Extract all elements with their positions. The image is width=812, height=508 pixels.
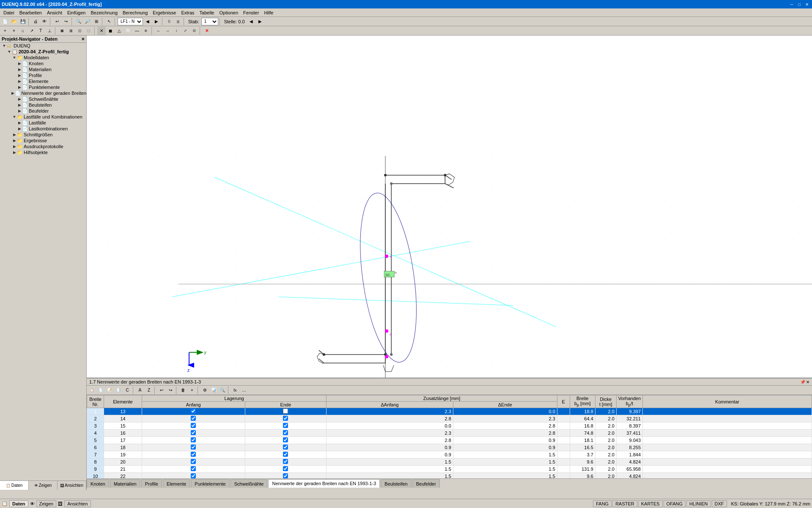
tree-elemente[interactable]: ▶ 📄 Elemente [0, 78, 86, 84]
tab-beufelder[interactable]: Beufelder [412, 479, 440, 488]
tree-ausdruckprotokolle[interactable]: ▶ 📁 Ausdruckprotokolle [0, 144, 86, 149]
t2-btn18[interactable]: → [163, 27, 172, 35]
menu-datei[interactable]: Datei [1, 9, 17, 16]
table-row[interactable]: 6 18 0.9 0.9 16.5 2.0 8.255 [87, 444, 812, 451]
t2-btn8[interactable]: ▥ [67, 27, 75, 35]
close-button[interactable]: ✕ [804, 1, 810, 7]
tree-modelldaten[interactable]: ▼ 📁 Modelldaten [0, 55, 86, 61]
t2-btn7[interactable]: ▦ [58, 27, 66, 35]
status-ofang[interactable]: OFANG [664, 500, 686, 507]
cell-lag-anf[interactable] [142, 451, 245, 458]
cell-lag-anf[interactable] [142, 422, 245, 430]
menu-berechnung[interactable]: Berechnung [120, 9, 150, 16]
tree-beufelder[interactable]: ▶ 📄 Beufelder [0, 108, 86, 114]
tree-knoten[interactable]: ▶ 📄 Knoten [0, 61, 86, 66]
tab-schweissnaehte[interactable]: Schweißnähte [230, 479, 268, 488]
statusbar-tab-daten[interactable]: Daten [9, 500, 28, 507]
cell-lag-ende[interactable] [245, 422, 326, 430]
cell-lag-anf[interactable] [142, 415, 245, 422]
statusbar-tab-ansichten[interactable]: Ansichten [64, 500, 91, 507]
tree-ergebnisse[interactable]: ▶ 📁 Ergebnisse [0, 138, 86, 144]
t2-btn5[interactable]: T [36, 27, 45, 35]
cell-lag-anf[interactable] [142, 430, 245, 437]
tree-project[interactable]: ▼ 📋 2020-04_Z-Profil_fertig [0, 49, 86, 55]
t2-btn13[interactable]: △ [115, 27, 123, 35]
bt-more[interactable]: … [240, 386, 248, 395]
t2-btn17[interactable]: ← [154, 27, 163, 35]
t2-btn6[interactable]: ⊥ [45, 27, 54, 35]
table-row[interactable]: 7 19 0.9 1.5 3.7 2.0 1.844 [87, 451, 812, 458]
tree-lastfaelle-group[interactable]: ▼ 📁 Lastfälle und Kombinationen [0, 114, 86, 120]
print-btn[interactable]: 🖨 [31, 17, 40, 26]
bt-btn5[interactable]: C [123, 386, 132, 395]
bt-filter[interactable]: 🔍 [218, 386, 227, 395]
bt-redo[interactable]: ↪ [166, 386, 175, 395]
cell-lag-ende[interactable] [245, 473, 326, 478]
bt-add[interactable]: + [188, 386, 196, 395]
bt-graph[interactable]: 📊 [209, 386, 218, 395]
open-btn[interactable]: 📂 [10, 17, 18, 26]
minimize-button[interactable]: ─ [788, 1, 795, 7]
menu-tabelle[interactable]: Tabelle [197, 9, 217, 16]
t2-delete[interactable]: ✕ [203, 27, 211, 35]
nav-tab-ansichten[interactable]: 🖼 Ansichten [58, 481, 86, 490]
tab-elemente[interactable]: Elemente [163, 479, 190, 488]
bt-btn4[interactable]: 📑 [114, 386, 123, 395]
cell-lag-ende[interactable] [245, 408, 326, 415]
bt-calc[interactable]: ⚙ [200, 386, 209, 395]
cell-lag-anf[interactable] [142, 473, 245, 478]
bt-fx[interactable]: fx [231, 386, 239, 395]
t2-btn16[interactable]: ≡ [142, 27, 150, 35]
cell-lag-ende[interactable] [245, 451, 326, 458]
tab-punktelemente[interactable]: Punktelemente [191, 479, 229, 488]
cell-lag-anf[interactable] [142, 466, 245, 473]
t2-btn20[interactable]: ⤢ [181, 27, 189, 35]
menu-fenster[interactable]: Fenster [241, 9, 261, 16]
menu-optionen[interactable]: Optionen [217, 9, 241, 16]
print-prev-btn[interactable]: 👁 [40, 17, 49, 26]
tree-materialien[interactable]: ▶ 📄 Materialien [0, 66, 86, 72]
tree-profile[interactable]: ▶ 📄 Profile [0, 72, 86, 78]
t2-btn11[interactable]: ✕ [97, 27, 106, 35]
t2-btn21[interactable]: ⊡ [190, 27, 198, 35]
zoom-out[interactable]: 🔎 [83, 17, 92, 26]
table-row[interactable]: 5 17 2.8 0.9 18.1 2.0 9.043 [87, 437, 812, 444]
cell-lag-anf[interactable] [142, 458, 245, 466]
table-row[interactable]: 8 20 1.5 1.5 9.6 2.0 4.824 [87, 458, 812, 466]
prev-lf[interactable]: ◀ [143, 17, 152, 26]
panel-pin-icon[interactable]: 📌 [800, 380, 805, 384]
menu-extras[interactable]: Extras [178, 9, 197, 16]
cell-lag-ende[interactable] [245, 466, 326, 473]
table-row[interactable]: 4 16 2.3 2.8 74.8 2.0 37.411 [87, 430, 812, 437]
cell-lag-ende[interactable] [245, 437, 326, 444]
zoom-fit[interactable]: ⊞ [92, 17, 101, 26]
menu-einfuegen[interactable]: Einfügen [65, 9, 88, 16]
t2-btn12[interactable]: ◼ [106, 27, 115, 35]
panel-close-icon[interactable]: ✕ [806, 380, 809, 384]
nav-tab-daten[interactable]: 📋 Daten [0, 481, 29, 490]
tree-hilfsobjekte[interactable]: ▶ 📁 Hilfsobjekte [0, 149, 86, 155]
maximize-button[interactable]: □ [796, 1, 803, 7]
status-fang[interactable]: FANG [593, 500, 612, 507]
redo-btn[interactable]: ↪ [62, 17, 70, 26]
next-lf[interactable]: ▶ [152, 17, 161, 26]
tree-schweissnaehte[interactable]: ▶ 📄 Schweißnähte [0, 96, 86, 102]
tab-knoten[interactable]: Knoten [87, 479, 109, 488]
undo-btn[interactable]: ↩ [53, 17, 61, 26]
tree-schnittgroessen[interactable]: ▶ 📁 Schnittgrößen [0, 132, 86, 138]
status-dxf[interactable]: DXF [712, 500, 727, 507]
table-row[interactable]: 2 14 2.8 2.3 64.4 2.0 32.211 [87, 415, 812, 422]
t2-btn1[interactable]: + [1, 27, 9, 35]
table-row[interactable]: 1 13 2.3 0.0 18.8 2.0 9.397 [87, 408, 812, 415]
stab-combo[interactable]: 1 [201, 18, 218, 25]
select-btn[interactable]: ↖ [105, 17, 113, 26]
table-row[interactable]: 9 21 1.5 1.5 131.9 2.0 65.958 [87, 466, 812, 473]
cell-lag-ende[interactable] [245, 430, 326, 437]
cell-lag-anf[interactable] [142, 444, 245, 451]
menu-ansicht[interactable]: Ansicht [44, 9, 65, 16]
save-btn[interactable]: 💾 [19, 17, 27, 26]
cell-lag-ende[interactable] [245, 415, 326, 422]
tree-nennwerte[interactable]: ▶ 📄 Nennwerte der geraden Breiten [0, 90, 86, 96]
tab-nennwerte[interactable]: Nennwerte der geraden Breiten nach EN 19… [268, 479, 380, 488]
tab-beulsteifen[interactable]: Beulsteifen [381, 479, 411, 488]
